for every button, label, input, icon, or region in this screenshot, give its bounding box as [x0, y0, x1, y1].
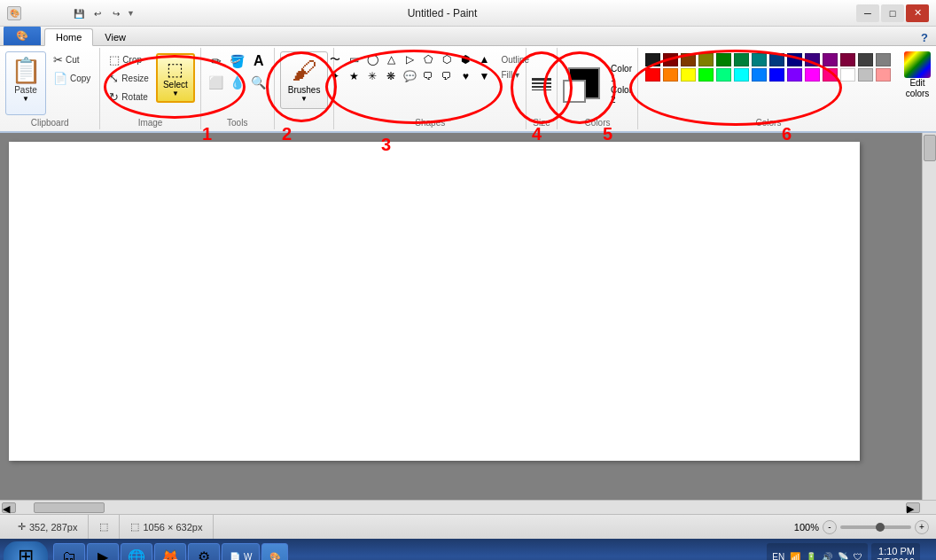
color-swatch-0[interactable] — [645, 53, 660, 66]
zoom-slider[interactable] — [840, 525, 911, 529]
crop-button[interactable]: ⬚ Crop — [105, 51, 152, 68]
maximize-button[interactable]: □ — [881, 4, 904, 22]
shape-rect[interactable]: ▭ — [346, 51, 362, 67]
shape-star5[interactable]: ★ — [346, 68, 362, 84]
color-swatch-18[interactable] — [716, 68, 731, 82]
color-swatch-24[interactable] — [823, 68, 838, 82]
color-swatch-1[interactable] — [663, 53, 678, 66]
shape-triangle[interactable]: △ — [383, 51, 399, 67]
edit-colors-label: Editcolors — [906, 78, 930, 99]
color-swatch-21[interactable] — [769, 68, 784, 82]
shape-scroll-down[interactable]: ▼ — [476, 68, 492, 84]
color-swatch-26[interactable] — [858, 68, 873, 82]
color-swatch-6[interactable] — [752, 53, 767, 66]
color-swatch-19[interactable] — [734, 68, 749, 82]
shape-right-arrow[interactable]: ▷ — [402, 51, 417, 67]
canvas-container[interactable] — [0, 133, 922, 500]
canvas[interactable] — [9, 142, 860, 461]
color-swatch-5[interactable] — [734, 53, 749, 66]
select-dropdown-icon: ▼ — [172, 89, 179, 97]
rotate-label: Rotate — [121, 92, 147, 102]
taskbar-media-btn[interactable]: ▶ — [87, 543, 119, 560]
vertical-scrollbar[interactable] — [922, 133, 936, 500]
shape-star4[interactable]: ✦ — [327, 68, 343, 84]
close-button[interactable]: ✕ — [906, 4, 929, 22]
shape-callout3[interactable]: 🗩 — [439, 68, 455, 84]
shape-callout2[interactable]: 🗨 — [420, 68, 436, 84]
color2-box[interactable] — [563, 80, 586, 103]
paint-menu-button[interactable]: 🎨 — [4, 26, 41, 45]
shape-star6[interactable]: ✳ — [364, 68, 380, 84]
tab-view[interactable]: View — [93, 28, 137, 45]
shape-pentagon[interactable]: ⬠ — [420, 51, 436, 67]
scrollbar-thumb-h[interactable] — [34, 502, 105, 513]
edit-colors-button[interactable]: Editcolors — [904, 51, 931, 99]
color-swatch-8[interactable] — [787, 53, 802, 66]
color-swatch-16[interactable] — [681, 68, 696, 82]
color-swatch-3[interactable] — [698, 53, 714, 66]
taskbar-firefox-btn[interactable]: 🦊 — [154, 543, 186, 560]
color-swatch-4[interactable] — [716, 53, 731, 66]
taskbar-paint-btn[interactable]: 🎨 — [261, 543, 288, 560]
qa-undo-button[interactable]: ↩ — [90, 5, 105, 21]
color-swatch-23[interactable] — [805, 68, 820, 82]
shape-circle[interactable]: ◯ — [364, 51, 380, 67]
zoom-slider-thumb[interactable] — [876, 523, 885, 532]
magnifier-tool[interactable]: 🔍 — [249, 73, 269, 92]
eraser-tool[interactable]: ⬜ — [207, 73, 226, 92]
scrollbar-thumb-v[interactable] — [924, 135, 936, 161]
color-swatch-14[interactable] — [645, 68, 660, 82]
color-labels-group: Color1 Color2 — [611, 64, 632, 105]
color-swatch-22[interactable] — [787, 68, 802, 82]
color-swatch-13[interactable] — [876, 53, 891, 66]
pipette-tool[interactable]: 💧 — [228, 73, 247, 92]
pencil-tool[interactable]: ✏ — [207, 51, 226, 71]
shape-callout[interactable]: 💬 — [402, 68, 417, 84]
qa-redo-button[interactable]: ↪ — [108, 5, 124, 21]
color-swatch-27[interactable] — [876, 68, 891, 82]
time-value: 1:10 PM — [877, 546, 915, 556]
brushes-button[interactable]: 🖌 Brushes ▼ — [280, 51, 329, 109]
shape-hex2[interactable]: ⬢ — [457, 51, 473, 67]
taskbar-chrome-btn[interactable]: 🌐 — [121, 543, 152, 560]
shape-heart[interactable]: ♥ — [457, 68, 473, 84]
qa-dropdown-icon[interactable]: ▼ — [127, 9, 135, 18]
status-bar: ✛ 352, 287px ⬚ ⬚ 936 × 560px 100% - + — [0, 514, 936, 539]
shape-hex[interactable]: ⬡ — [439, 51, 455, 67]
taskbar-folder-btn[interactable]: 🗂 — [53, 543, 85, 560]
select-button[interactable]: ⬚ Select ▼ — [156, 53, 195, 103]
shape-scroll-up[interactable]: ▲ — [476, 51, 492, 67]
text-tool[interactable]: A — [249, 51, 269, 71]
color-swatch-20[interactable] — [752, 68, 767, 82]
copy-button[interactable]: 📄 Copy — [50, 70, 94, 87]
color-swatch-2[interactable] — [681, 53, 696, 66]
color-swatch-17[interactable] — [698, 68, 714, 82]
cut-button[interactable]: ✂ Cut — [50, 51, 94, 68]
zoom-out-button[interactable]: - — [823, 520, 837, 534]
fill-tool[interactable]: 🪣 — [228, 51, 247, 71]
color-swatch-9[interactable] — [805, 53, 820, 66]
start-button[interactable]: ⊞ — [4, 541, 48, 560]
paste-button[interactable]: 📋 Paste ▼ — [5, 51, 46, 115]
horizontal-scrollbar[interactable]: ◀ ▶ — [0, 500, 936, 514]
color-swatch-25[interactable] — [840, 68, 855, 82]
zoom-in-button[interactable]: + — [915, 520, 929, 534]
taskbar-settings-btn[interactable]: ⚙ — [188, 543, 220, 560]
color-swatch-10[interactable] — [823, 53, 838, 66]
tab-home[interactable]: Home — [44, 28, 93, 46]
resize-button[interactable]: ⤡ Resize — [105, 70, 152, 87]
scroll-right-btn[interactable]: ▶ — [906, 502, 920, 513]
taskbar-word-btn[interactable]: 📄 W — [222, 543, 260, 560]
shape-curve[interactable]: 〜 — [327, 51, 343, 67]
shape-star7[interactable]: ❋ — [383, 68, 399, 84]
rotate-button[interactable]: ↻ Rotate — [105, 89, 152, 105]
qa-save-button[interactable]: 💾 — [71, 5, 87, 21]
color-swatch-12[interactable] — [858, 53, 873, 66]
scroll-left-btn[interactable]: ◀ — [2, 502, 16, 513]
help-button[interactable]: ? — [916, 29, 932, 45]
color-swatch-7[interactable] — [769, 53, 784, 66]
color-swatch-15[interactable] — [663, 68, 678, 82]
color-swatch-11[interactable] — [840, 53, 855, 66]
minimize-button[interactable]: ─ — [856, 4, 879, 22]
size-button[interactable] — [532, 51, 551, 117]
